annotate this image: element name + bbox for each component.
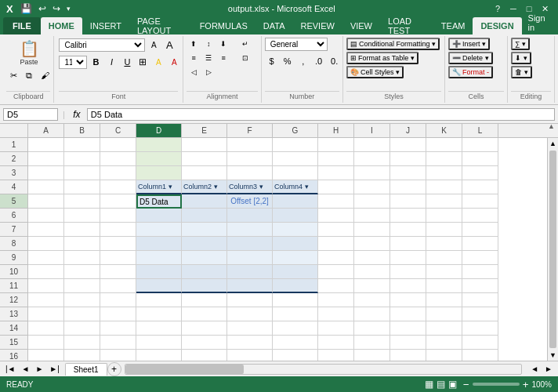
tab-formulas[interactable]: FORMULAS	[192, 17, 255, 34]
cell-K11[interactable]	[426, 279, 462, 293]
cell-B10[interactable]	[64, 265, 100, 279]
sheet-nav-first[interactable]: |◄	[3, 364, 18, 374]
delete-cells-button[interactable]: ➖ Delete ▾	[448, 52, 493, 64]
cell-A11[interactable]	[28, 279, 64, 293]
row-num-13[interactable]: 13	[0, 307, 27, 321]
scroll-right-arrow[interactable]: ►	[542, 364, 555, 374]
cell-K8[interactable]	[426, 237, 462, 251]
cell-G4[interactable]: Column4 ▾	[273, 180, 318, 194]
col-header-E[interactable]: E	[182, 124, 227, 137]
page-layout-view-button[interactable]: ▤	[437, 379, 445, 390]
italic-button[interactable]: I	[104, 55, 118, 69]
cell-G5[interactable]	[273, 194, 318, 209]
cell-E9[interactable]	[182, 251, 227, 265]
cell-B9[interactable]	[64, 251, 100, 265]
number-format-select[interactable]: General	[265, 38, 328, 51]
cell-J5[interactable]	[390, 194, 426, 209]
cell-C8[interactable]	[100, 237, 136, 251]
cell-G12[interactable]	[273, 293, 318, 307]
cell-L12[interactable]	[462, 293, 498, 307]
font-size-select[interactable]: 11	[59, 56, 87, 69]
font-size-increase-button[interactable]: A	[162, 38, 176, 52]
cell-J2[interactable]	[390, 152, 426, 166]
cell-L15[interactable]	[462, 336, 498, 350]
col-header-I[interactable]: I	[354, 124, 390, 137]
row-num-1[interactable]: 1	[0, 138, 27, 152]
cell-D13[interactable]	[136, 307, 182, 321]
cell-F8[interactable]	[227, 237, 273, 251]
row-num-2[interactable]: 2	[0, 152, 27, 166]
page-break-view-button[interactable]: ▣	[448, 379, 457, 390]
font-name-select[interactable]: Calibri	[59, 38, 145, 52]
underline-button[interactable]: U	[120, 55, 134, 69]
cell-D6[interactable]	[136, 209, 182, 223]
cell-H14[interactable]	[318, 321, 354, 336]
autosum-button[interactable]: ∑ ▾	[511, 38, 530, 50]
zoom-slider[interactable]	[473, 383, 520, 386]
row-num-12[interactable]: 12	[0, 293, 27, 307]
cell-D1[interactable]	[136, 138, 182, 152]
cell-L13[interactable]	[462, 307, 498, 321]
scroll-left-arrow[interactable]: ◄	[528, 364, 541, 374]
cell-A14[interactable]	[28, 321, 64, 336]
cell-E2[interactable]	[182, 152, 227, 166]
cell-I8[interactable]	[354, 237, 390, 251]
cell-I16[interactable]	[354, 350, 390, 361]
zoom-in-button[interactable]: +	[523, 379, 529, 390]
vertical-scrollbar[interactable]: ▲ ▼	[547, 138, 558, 361]
cell-I10[interactable]	[354, 265, 390, 279]
cell-J7[interactable]	[390, 223, 426, 237]
merge-button[interactable]: ⊡	[231, 52, 259, 64]
row-num-11[interactable]: 11	[0, 279, 27, 293]
cell-K10[interactable]	[426, 265, 462, 279]
cell-F16[interactable]	[227, 350, 273, 361]
cell-A15[interactable]	[28, 336, 64, 350]
cell-I14[interactable]	[354, 321, 390, 336]
cell-C3[interactable]	[100, 166, 136, 180]
cell-E5[interactable]	[182, 194, 227, 209]
cell-G6[interactable]	[273, 209, 318, 223]
cell-J9[interactable]	[390, 251, 426, 265]
cell-H6[interactable]	[318, 209, 354, 223]
percent-button[interactable]: %	[281, 54, 295, 68]
cell-K4[interactable]	[426, 180, 462, 194]
decimal-increase-button[interactable]: .0	[312, 54, 326, 68]
cell-D8[interactable]	[136, 237, 182, 251]
zoom-out-button[interactable]: −	[463, 379, 469, 390]
cell-D7[interactable]	[136, 223, 182, 237]
cell-H2[interactable]	[318, 152, 354, 166]
cell-L5[interactable]	[462, 194, 498, 209]
row-num-5[interactable]: 5	[0, 194, 27, 209]
cell-J11[interactable]	[390, 279, 426, 293]
cell-A2[interactable]	[28, 152, 64, 166]
wrap-text-button[interactable]: ↵	[231, 38, 259, 50]
cell-D15[interactable]	[136, 336, 182, 350]
cell-I6[interactable]	[354, 209, 390, 223]
cell-D2[interactable]	[136, 152, 182, 166]
cell-K2[interactable]	[426, 152, 462, 166]
cell-E1[interactable]	[182, 138, 227, 152]
cell-E13[interactable]	[182, 307, 227, 321]
cell-F9[interactable]	[227, 251, 273, 265]
cell-A3[interactable]	[28, 166, 64, 180]
cell-B16[interactable]	[64, 350, 100, 361]
cell-C13[interactable]	[100, 307, 136, 321]
cell-G10[interactable]	[273, 265, 318, 279]
row-num-9[interactable]: 9	[0, 251, 27, 265]
cell-H3[interactable]	[318, 166, 354, 180]
comma-button[interactable]: ,	[296, 54, 310, 68]
name-box[interactable]	[3, 108, 58, 121]
row-num-8[interactable]: 8	[0, 237, 27, 251]
cell-I2[interactable]	[354, 152, 390, 166]
cell-L3[interactable]	[462, 166, 498, 180]
cell-G15[interactable]	[273, 336, 318, 350]
cell-D11[interactable]	[136, 279, 182, 293]
indent-decrease-button[interactable]: ◁	[187, 66, 201, 78]
cell-B7[interactable]	[64, 223, 100, 237]
tab-design[interactable]: DESIGN	[473, 17, 521, 34]
col-header-D[interactable]: D	[136, 124, 182, 137]
cell-D5[interactable]: D5 Data	[136, 194, 182, 209]
tab-load-test[interactable]: LOAD TEST	[380, 17, 433, 34]
row-num-10[interactable]: 10	[0, 265, 27, 279]
cell-C9[interactable]	[100, 251, 136, 265]
